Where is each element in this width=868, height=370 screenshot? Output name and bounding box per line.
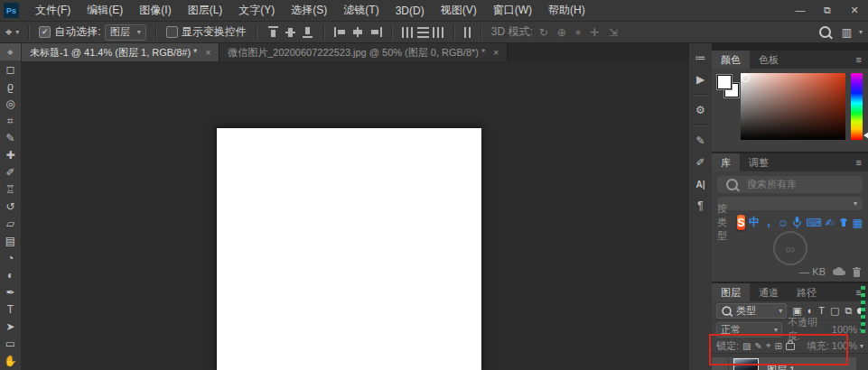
rectangle-tool[interactable]: ▭: [0, 335, 21, 352]
blur-tool[interactable]: ◔: [0, 249, 21, 266]
menu-filter[interactable]: 滤镜(T): [335, 3, 387, 18]
library-search-input[interactable]: 搜索所有库: [717, 176, 863, 193]
eyedropper-tool[interactable]: ✎: [0, 129, 21, 146]
tab-color[interactable]: 颜色: [712, 51, 750, 69]
distribute-spacing-icon[interactable]: [433, 27, 444, 38]
marquee-tool[interactable]: ◻: [0, 60, 21, 78]
brush-settings-panel-icon[interactable]: ✎: [689, 130, 712, 152]
close-tab-icon[interactable]: ×: [493, 48, 499, 58]
auto-select-checkbox[interactable]: ✓: [39, 26, 51, 38]
show-transform-checkbox[interactable]: [166, 26, 178, 38]
hue-slider-handle[interactable]: [863, 132, 868, 139]
ime-language-toggle[interactable]: 中: [749, 215, 760, 230]
distribute-widths-icon[interactable]: [464, 27, 471, 38]
filter-adjustment-layers-icon[interactable]: ◐: [807, 305, 814, 316]
ime-skin-icon[interactable]: [838, 217, 849, 227]
hue-slider[interactable]: [851, 73, 863, 140]
tool-preset-chevron-icon[interactable]: ▾: [15, 28, 19, 36]
ime-punctuation-icon[interactable]: ，: [763, 215, 774, 230]
device-preview-panel-icon[interactable]: ⚙: [689, 99, 712, 121]
crop-tool[interactable]: ⌗: [0, 112, 21, 129]
brush-tool[interactable]: ✐: [0, 163, 21, 180]
ime-keyboard-icon[interactable]: ⌨: [806, 217, 821, 229]
menu-file[interactable]: 文件(F): [27, 3, 79, 18]
filter-pixel-layers-icon[interactable]: ▣: [792, 305, 801, 317]
filter-shape-layers-icon[interactable]: ▢: [830, 305, 839, 317]
menu-select[interactable]: 选择(S): [283, 3, 335, 18]
history-brush-tool[interactable]: ↺: [0, 198, 21, 215]
type-tool[interactable]: T: [0, 301, 21, 318]
sort-by-type-label[interactable]: 按类型: [717, 202, 733, 243]
hand-tool[interactable]: ✋: [0, 352, 21, 369]
filter-smart-objects-icon[interactable]: ⧉: [845, 305, 853, 317]
ime-emoji-icon[interactable]: ☺: [778, 217, 789, 229]
panel-menu-icon[interactable]: ≡: [850, 51, 868, 69]
saturation-brightness-picker[interactable]: [741, 73, 845, 140]
ime-toolbox-grid-icon[interactable]: ▦: [853, 217, 863, 229]
3d-rotate-icon[interactable]: ↻: [537, 26, 551, 39]
tab-paths[interactable]: 路径: [788, 283, 826, 301]
canvas-area[interactable]: [22, 61, 688, 370]
menu-3d[interactable]: 3D(D): [387, 5, 433, 17]
brush-presets-panel-icon[interactable]: ✐: [689, 152, 712, 173]
sogou-ime-logo-icon[interactable]: S: [737, 215, 745, 230]
3d-drag-icon[interactable]: ⌖: [573, 26, 584, 39]
tab-channels[interactable]: 通道: [750, 283, 788, 301]
distribute-vertical-icon[interactable]: [417, 27, 429, 38]
library-select-dropdown[interactable]: ▾: [717, 197, 863, 210]
clone-stamp-tool[interactable]: ♖: [0, 180, 21, 198]
eraser-tool[interactable]: ▱: [0, 215, 21, 232]
tab-libraries[interactable]: 库: [712, 153, 740, 171]
foreground-color-swatch[interactable]: [717, 75, 732, 89]
panel-menu-icon[interactable]: ≡: [850, 153, 868, 171]
document-canvas[interactable]: [216, 127, 482, 370]
dodge-tool[interactable]: ◐: [0, 266, 21, 283]
tab-swatches[interactable]: 色板: [750, 51, 788, 69]
menu-view[interactable]: 视图(V): [433, 3, 485, 18]
align-bottom-icon[interactable]: [301, 26, 314, 38]
paragraph-panel-icon[interactable]: ¶: [689, 195, 712, 217]
menu-edit[interactable]: 编辑(E): [79, 3, 131, 18]
close-button[interactable]: ✕: [841, 5, 868, 16]
menu-layer[interactable]: 图层(L): [180, 3, 231, 18]
actions-panel-icon[interactable]: ▶: [689, 69, 712, 90]
pen-tool[interactable]: ✒: [0, 283, 21, 301]
tab-layers[interactable]: 图层: [712, 283, 750, 301]
healing-brush-tool[interactable]: ✚: [0, 146, 21, 163]
ime-microphone-icon[interactable]: [792, 217, 802, 228]
workspace-chevron-icon[interactable]: ▾: [859, 28, 863, 36]
3d-slide-icon[interactable]: ✛: [588, 26, 602, 39]
align-top-icon[interactable]: [266, 26, 280, 38]
gradient-tool[interactable]: ▤: [0, 232, 21, 249]
sync-cloud-icon[interactable]: [833, 267, 845, 276]
quick-selection-tool[interactable]: ◎: [0, 95, 21, 112]
filter-type-layers-icon[interactable]: T: [818, 305, 825, 316]
restore-button[interactable]: ⧉: [814, 5, 841, 16]
align-right-icon[interactable]: [369, 26, 382, 38]
properties-panel-icon[interactable]: ≔: [689, 47, 712, 69]
menu-type[interactable]: 文字(Y): [230, 3, 283, 18]
workspace-switcher-icon[interactable]: ▥: [842, 26, 852, 39]
align-vcenter-icon[interactable]: [284, 26, 297, 38]
distribute-horizontal-icon[interactable]: [402, 27, 414, 38]
panel-scrollbar[interactable]: [861, 286, 865, 333]
search-icon[interactable]: [819, 26, 831, 38]
layer-filter-type-dropdown[interactable]: 类型 ▾: [716, 303, 787, 319]
menu-help[interactable]: 帮助(H): [540, 3, 593, 18]
tab-adjustments[interactable]: 调整: [740, 153, 778, 171]
close-tab-icon[interactable]: ×: [205, 48, 210, 58]
delete-trash-icon[interactable]: [853, 267, 861, 277]
menu-window[interactable]: 窗口(W): [485, 3, 540, 18]
document-tab-weixin-image[interactable]: 微信图片_20200607222523.jpg @ 50% (图层 0, RGB…: [219, 43, 508, 61]
3d-scale-icon[interactable]: ⇲: [606, 26, 621, 39]
color-picker-marker[interactable]: [742, 74, 750, 82]
character-panel-icon[interactable]: A|: [689, 173, 712, 195]
menu-image[interactable]: 图像(I): [131, 3, 179, 18]
align-hcenter-icon[interactable]: [351, 26, 365, 38]
lasso-tool[interactable]: ϱ: [0, 78, 21, 95]
document-tab-untitled[interactable]: 未标题-1 @ 41.4% (图层 1, RGB/8#) * ×: [22, 43, 219, 61]
ime-handwriting-icon[interactable]: ✍: [826, 217, 835, 229]
auto-select-dropdown[interactable]: 图层 ▾: [105, 24, 146, 41]
move-tool[interactable]: ⌖: [0, 43, 21, 60]
align-left-icon[interactable]: [334, 26, 348, 38]
